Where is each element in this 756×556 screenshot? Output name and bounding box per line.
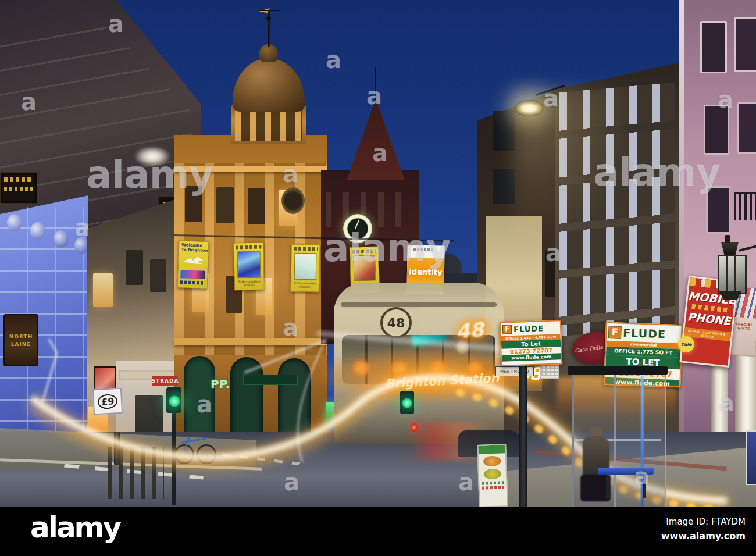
flude-sign-small: F FLUDE Offices 1,422 - 4,558 sq ft To L…	[500, 320, 563, 366]
alamy-watermark-large: alamy	[323, 226, 451, 270]
bus-roof-edge	[341, 302, 497, 307]
alamy-watermark: a	[21, 88, 36, 115]
pp-label: PP.	[211, 377, 230, 391]
bench-leg	[606, 475, 609, 498]
pink-window	[734, 17, 756, 72]
alamy-watermark: a	[283, 161, 298, 187]
yale-label: Yale	[681, 342, 692, 347]
bus-roof-route: 48	[387, 316, 405, 330]
shop-window	[93, 273, 113, 307]
shelter-frame	[614, 375, 616, 507]
signal-pole	[172, 412, 176, 505]
alamy-watermark: a	[719, 390, 734, 416]
flude-logo-icon: F	[608, 326, 622, 339]
gold-sign	[0, 172, 37, 204]
strada-label: STRADA	[152, 378, 179, 384]
bus-shelter	[572, 370, 663, 507]
upper-window	[150, 259, 166, 292]
corbel	[54, 230, 69, 248]
menu-board	[477, 444, 508, 507]
flude-brand: FLUDE	[623, 326, 666, 341]
dome	[233, 58, 305, 112]
traffic-light-green-icon	[169, 395, 180, 407]
banner-school-caption: St Bernadette's Primary	[234, 280, 263, 287]
lantern-icon	[701, 243, 756, 319]
pink-window	[700, 21, 727, 73]
corbel	[7, 214, 22, 231]
banner-school-caption: St Bernadette's Primary	[291, 281, 319, 289]
alamy-watermark-large: alamy	[86, 152, 213, 197]
banner-school-art: St Bernadette's Primary	[290, 244, 320, 293]
upper-window	[126, 250, 143, 285]
north-laine-line1: NORTH	[9, 334, 33, 340]
street-lamp-icon	[514, 100, 544, 116]
yale-sign: Yale	[678, 336, 694, 352]
alamy-watermark: a	[718, 86, 733, 113]
alamy-watermark: a	[108, 10, 123, 37]
gifts-label: SPECIAL GIFTS	[731, 321, 756, 331]
alamy-watermark: a	[543, 85, 558, 112]
seagull-icon	[183, 255, 204, 267]
alamy-watermark: a	[545, 240, 561, 266]
banner-welcome-text2: To Brighton	[181, 247, 208, 253]
price-sign: £9	[92, 388, 123, 415]
pink-window	[737, 102, 756, 154]
green-fascia	[243, 375, 298, 385]
shelter-roof	[568, 366, 668, 375]
cornice-band	[174, 338, 327, 345]
street-photo: NORTH LAINE £9 STRADA	[0, 0, 756, 507]
pedestrian-red-icon	[411, 423, 418, 432]
banner-welcome: Welcome To Brighton	[177, 240, 209, 289]
dome-colonnade	[235, 108, 302, 141]
arch	[278, 358, 311, 440]
arch	[230, 357, 263, 439]
flude-logo-icon: F	[502, 325, 512, 334]
weather-vane-icon	[250, 5, 291, 49]
alamy-watermark: a	[326, 47, 341, 73]
footer-bar: alamy Image ID: FTAYDM www.alamy.com	[0, 507, 756, 556]
pp-sign: PP.	[211, 377, 230, 394]
price-label: £9	[97, 393, 118, 409]
alamy-watermark: a	[74, 214, 90, 241]
street-name-sign: MEETING HO	[495, 366, 534, 376]
clock-face-dark	[281, 187, 305, 214]
alamy-watermark: a	[283, 314, 298, 341]
bike-rack	[108, 447, 164, 499]
route-ghost: 48	[455, 318, 484, 343]
corbel	[30, 222, 45, 240]
north-laine-sign: NORTH LAINE	[3, 314, 38, 366]
alamy-watermark: a	[284, 469, 299, 496]
amber-window	[248, 188, 265, 224]
bus-roof-route-badge: 48	[380, 307, 412, 338]
footer-site-link: www.alamy.com	[661, 530, 746, 541]
alamy-watermark: a	[366, 83, 381, 109]
alamy-logo: alamy	[30, 511, 120, 544]
alamy-watermark: a	[458, 469, 473, 496]
alamy-watermark: a	[197, 391, 212, 418]
alamy-watermark: a	[372, 140, 387, 166]
bicycle	[174, 432, 214, 461]
alamy-watermark-large: alamy	[593, 150, 721, 195]
strada-sign: STRADA	[152, 376, 178, 386]
traffic-light-green-icon	[402, 398, 412, 408]
banner-school-art: St Bernadette's Primary	[233, 243, 264, 291]
amber-window	[216, 187, 234, 223]
stock-photo-page: NORTH LAINE £9 STRADA	[0, 0, 756, 556]
balcony-rail	[734, 192, 756, 220]
flude-brand: FLUDE	[513, 324, 544, 334]
alamy-watermark: a	[634, 463, 649, 490]
north-laine-line2: LAINE	[11, 341, 31, 347]
image-id-label: Image ID: FTAYDM	[666, 516, 746, 527]
a-board-sign	[746, 430, 756, 485]
